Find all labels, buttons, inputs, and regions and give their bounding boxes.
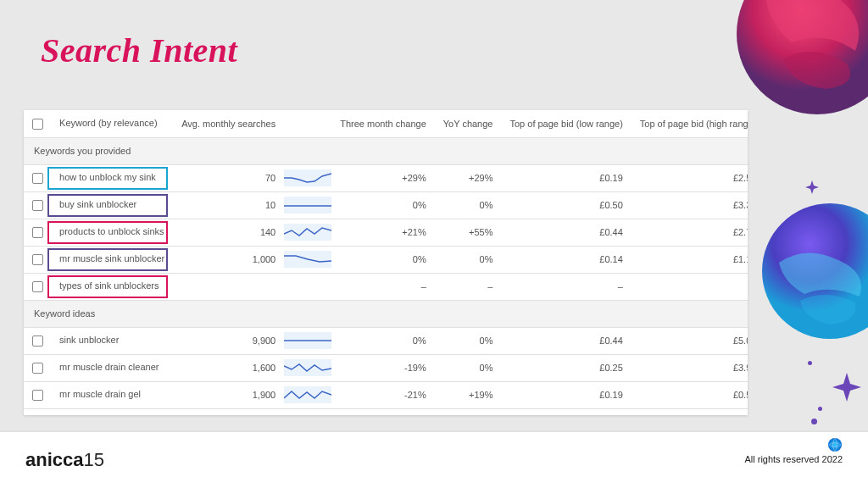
sparkline-icon	[284, 224, 331, 241]
avg-cell: 70	[173, 164, 284, 191]
svg-rect-3	[284, 197, 331, 214]
row-checkbox[interactable]	[32, 173, 43, 184]
bid-low-cell: £0.19	[501, 164, 631, 191]
svg-rect-7	[284, 359, 331, 376]
bid-low-cell: £0.44	[501, 327, 631, 354]
keyword-table-panel: Keyword (by relevance) Avg. monthly sear…	[24, 110, 748, 415]
keyword-table: Keyword (by relevance) Avg. monthly sear…	[24, 110, 748, 409]
header-yoy: YoY change	[435, 110, 502, 137]
bid-high-cell: £2.78	[632, 219, 748, 246]
keyword-cell: types of sink unblockers	[59, 280, 159, 291]
sparkline-icon	[284, 332, 331, 349]
yoy-cell: 0%	[435, 246, 502, 273]
sparkle-large-icon	[832, 373, 861, 402]
table-row[interactable]: mr muscle sink unblocker 1,000 0% 0% £0.…	[24, 246, 748, 273]
row-checkbox[interactable]	[32, 281, 43, 292]
select-all-checkbox[interactable]	[32, 119, 43, 130]
section-header: Keyword ideas	[24, 300, 748, 327]
bid-low-cell: £0.25	[501, 354, 631, 381]
header-three-month: Three month change	[331, 110, 435, 137]
sparkline-icon	[284, 169, 331, 186]
three-month-cell: 0%	[331, 246, 435, 273]
table-row[interactable]: how to unblock my sink 70 +29% +29% £0.1…	[24, 164, 748, 191]
bid-high-cell: £3.30	[632, 191, 748, 219]
keyword-cell: mr muscle sink unblocker	[59, 253, 164, 263]
footer-rights: All rights reserved 2022	[744, 454, 843, 464]
row-checkbox[interactable]	[32, 254, 43, 265]
bid-high-cell: £0.56	[632, 381, 748, 408]
keyword-cell: how to unblock my sink	[59, 172, 156, 182]
three-month-cell: 0%	[331, 191, 435, 219]
three-month-cell: –	[331, 273, 435, 300]
keyword-cell: buy sink unblocker	[59, 199, 136, 209]
svg-point-9	[828, 438, 842, 452]
keyword-cell: products to unblock sinks	[59, 226, 164, 236]
dot-icon	[808, 361, 812, 365]
table-row[interactable]: types of sink unblockers – – – –	[24, 273, 748, 300]
yoy-cell: 0%	[435, 354, 502, 381]
header-bid-low: Top of page bid (low range)	[501, 110, 631, 137]
keyword-cell: mr muscle drain cleaner	[59, 362, 159, 372]
three-month-cell: +29%	[331, 164, 435, 191]
bid-low-cell: £0.14	[501, 246, 631, 273]
planet-right-icon	[758, 199, 868, 343]
table-row[interactable]: buy sink unblocker 10 0% 0% £0.50 £3.30	[24, 191, 748, 219]
three-month-cell: -19%	[331, 354, 435, 381]
svg-rect-4	[284, 224, 331, 241]
yoy-cell: +19%	[435, 381, 502, 408]
bid-low-cell: £0.50	[501, 191, 631, 219]
avg-cell: 140	[173, 219, 284, 246]
bid-high-cell: £3.97	[632, 354, 748, 381]
avg-cell	[173, 273, 284, 300]
yoy-cell: –	[435, 273, 502, 300]
keyword-cell: sink unblocker	[59, 335, 119, 345]
header-bid-high: Top of page bid (high range)	[632, 110, 748, 137]
yoy-cell: 0%	[435, 327, 502, 354]
dot-icon	[818, 407, 822, 411]
header-avg: Avg. monthly searches	[173, 110, 284, 137]
sparkline-icon	[284, 251, 331, 268]
page-title: Search Intent	[41, 30, 237, 70]
three-month-cell: +21%	[331, 219, 435, 246]
sparkle-small-icon	[805, 180, 819, 194]
yoy-cell: +29%	[435, 164, 502, 191]
planet-top-icon	[732, 0, 868, 119]
globe-icon	[827, 437, 843, 452]
yoy-cell: 0%	[435, 191, 502, 219]
keyword-cell: mr muscle drain gel	[59, 389, 141, 399]
avg-cell: 1,900	[173, 381, 284, 408]
table-row[interactable]: mr muscle drain gel 1,900 -21% +19% £0.1…	[24, 381, 748, 408]
bid-high-cell: £2.50	[632, 164, 748, 191]
avg-cell: 10	[173, 191, 284, 219]
footer: anicca15 All rights reserved 2022	[0, 430, 868, 488]
bid-low-cell: –	[501, 273, 631, 300]
bid-high-cell: £1.17	[632, 246, 748, 273]
bid-high-cell: –	[632, 273, 748, 300]
table-header-row: Keyword (by relevance) Avg. monthly sear…	[24, 110, 748, 137]
row-checkbox[interactable]	[32, 390, 43, 401]
dot-icon	[811, 419, 817, 424]
three-month-cell: 0%	[331, 327, 435, 354]
brand-logo: anicca15	[25, 449, 104, 471]
table-row[interactable]: sink unblocker 9,900 0% 0% £0.44 £5.06	[24, 327, 748, 354]
bid-high-cell: £5.06	[632, 327, 748, 354]
yoy-cell: +55%	[435, 219, 502, 246]
avg-cell: 1,000	[173, 246, 284, 273]
row-checkbox[interactable]	[32, 200, 43, 211]
row-checkbox[interactable]	[32, 336, 43, 347]
table-row[interactable]: mr muscle drain cleaner 1,600 -19% 0% £0…	[24, 354, 748, 381]
table-row[interactable]: products to unblock sinks 140 +21% +55% …	[24, 219, 748, 246]
three-month-cell: -21%	[331, 381, 435, 408]
row-checkbox[interactable]	[32, 363, 43, 374]
bid-low-cell: £0.44	[501, 219, 631, 246]
sparkline-icon	[284, 359, 331, 376]
avg-cell: 9,900	[173, 327, 284, 354]
svg-rect-8	[284, 386, 331, 403]
bid-low-cell: £0.19	[501, 381, 631, 408]
sparkline-icon	[284, 386, 331, 403]
section-header: Keywords you provided	[24, 137, 748, 164]
avg-cell: 1,600	[173, 354, 284, 381]
header-keyword: Keyword (by relevance)	[59, 118, 158, 128]
row-checkbox[interactable]	[32, 227, 43, 238]
sparkline-icon	[284, 197, 331, 214]
